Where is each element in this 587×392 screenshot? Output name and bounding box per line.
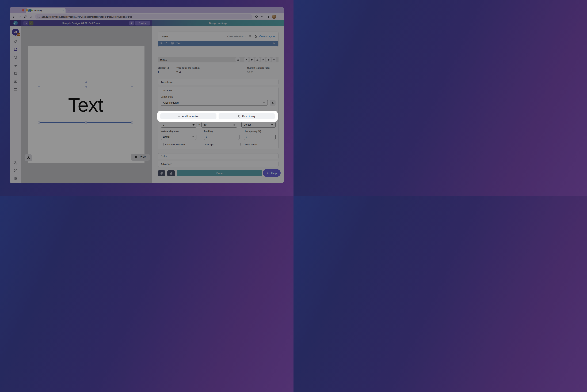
add-font-option-label: Add font option [182, 115, 199, 118]
add-font-option-button[interactable]: Add font option [160, 113, 216, 119]
font-options-spotlight: Add font option Pick Library [157, 111, 278, 122]
pick-library-label: Pick Library [242, 115, 255, 118]
pick-library-button[interactable]: Pick Library [219, 113, 275, 119]
library-book-icon [238, 115, 241, 118]
plus-icon [178, 115, 181, 118]
dim-overlay [0, 0, 293, 196]
